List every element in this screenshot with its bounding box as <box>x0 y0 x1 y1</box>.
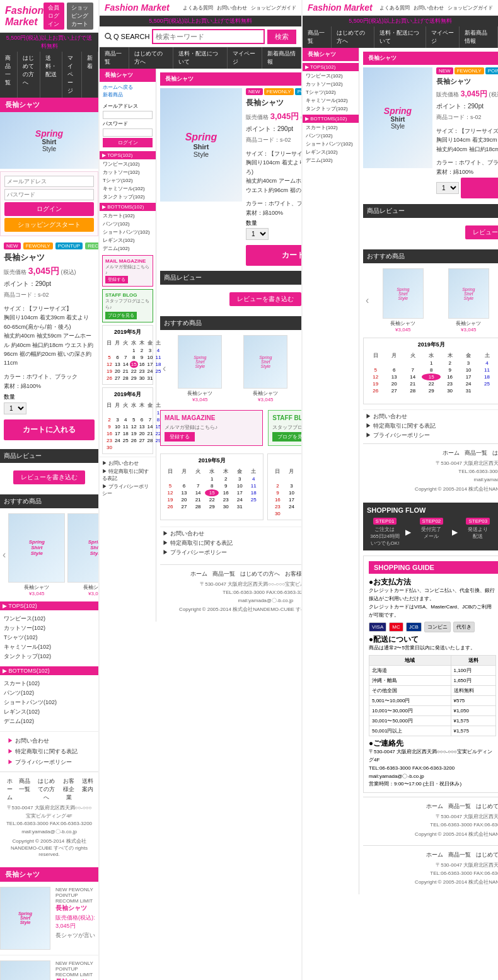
nav-shipping-left[interactable]: 送料・配送 <box>40 52 62 98</box>
footer-begin-guide[interactable]: はじめての方へ <box>476 802 498 811</box>
rec-prev-left[interactable]: ‹ <box>3 549 6 561</box>
util-faq-right[interactable]: よくある質問 <box>379 5 410 11</box>
nav-new-mid[interactable]: 新着商品情報 <box>262 47 301 69</box>
tops-item5-mid[interactable]: タンクトップ(102) <box>103 193 153 201</box>
footer-products-left[interactable]: 商品一覧 <box>19 777 31 802</box>
cat-cami-left[interactable]: キャミソール(102) <box>4 642 95 652</box>
il-contact-mid[interactable]: ▶ お問い合わせ <box>102 460 153 467</box>
nav-products-left[interactable]: 商品一覧 <box>0 52 18 98</box>
add-cart-btn-mid[interactable]: カートに入れる <box>246 245 301 266</box>
search-btn-mid[interactable]: 検索 <box>267 30 296 44</box>
tokutei-link-left[interactable]: 特定商取引に関する表記 <box>4 746 95 757</box>
footer-home-mid[interactable]: ホーム <box>190 570 207 578</box>
tops-r2[interactable]: カットソー(102) <box>306 80 356 88</box>
footer-home-guide[interactable]: ホーム <box>426 802 443 811</box>
nav-shipping-right[interactable]: 送料・配送について <box>374 26 426 48</box>
il-privacy-mid[interactable]: ▶ プライバシーポリシー <box>102 483 153 497</box>
add-cart-btn-left[interactable]: カートに入れる <box>4 419 95 440</box>
review-btn-mid[interactable]: レビューを書き込む <box>229 292 301 306</box>
login-pw-left[interactable] <box>4 189 94 200</box>
login-btn-mid[interactable]: ログイン <box>103 138 153 147</box>
shopping-btn-left[interactable]: ショッピングスタート <box>4 218 94 232</box>
tops-r1[interactable]: ワンピース(102) <box>306 72 356 80</box>
nav-new-left[interactable]: 新着 <box>82 52 98 98</box>
bot-item1-mid[interactable]: スカート(102) <box>103 212 153 220</box>
footer-begin-extra[interactable]: はじめての方へ <box>476 851 498 859</box>
il-c-right[interactable]: ▶ お問い合わせ <box>366 413 498 421</box>
footer-begin-left[interactable]: はじめての方へ <box>36 777 57 802</box>
nav-mypage-right[interactable]: マイページ <box>426 26 460 48</box>
pqty-select-mid[interactable]: 12 <box>246 228 269 240</box>
mailmag-btn-main-mid[interactable]: 登録する <box>165 432 195 442</box>
cat-cut-left[interactable]: カットソー(102) <box>4 624 95 633</box>
nav-products-right[interactable]: 商品一覧 <box>303 26 332 48</box>
tops-r4[interactable]: キャミソール(102) <box>306 96 356 105</box>
util-faq-mid[interactable]: よくある質問 <box>183 5 213 11</box>
cart-btn-left[interactable]: ショッピングカート <box>67 3 93 30</box>
rec-prev-mid[interactable]: ‹ <box>163 363 166 374</box>
contact-link-left[interactable]: お問い合わせ <box>4 736 95 746</box>
footer-contact-left[interactable]: お客様企業 <box>62 777 76 802</box>
login-btn-left[interactable]: ログイン <box>4 202 94 216</box>
tops-item2-mid[interactable]: カットソー(102) <box>103 168 153 176</box>
footer-products-guide[interactable]: 商品一覧 <box>448 802 471 811</box>
il-t-right[interactable]: ▶ 特定商取引に関する表記 <box>366 422 498 430</box>
add-cart-btn-right[interactable]: カートに入れる <box>461 178 498 198</box>
sidebar-link2-mid[interactable]: 新着商品 <box>103 91 153 98</box>
il-tokutei-main-mid[interactable]: ▶ 特定商取引に関する表記 <box>163 539 301 547</box>
blog-btn-mid[interactable]: ブログを見る <box>105 312 137 319</box>
footer-home-extra[interactable]: ホーム <box>426 851 443 859</box>
tops-r3[interactable]: Tシャツ(102) <box>306 88 356 96</box>
tops-item4-mid[interactable]: キャミソール(102) <box>103 185 153 193</box>
bot-r1[interactable]: スカート(102) <box>306 123 356 132</box>
footer-begin-right[interactable]: はじめての方へ <box>492 449 498 457</box>
cat-tank-left[interactable]: タンクトップ(102) <box>4 652 95 661</box>
bot-item3-mid[interactable]: ショートパンツ(102) <box>103 228 153 236</box>
qty-select-left[interactable]: 123 <box>4 402 26 414</box>
review-btn-right[interactable]: レビューを書き込む <box>465 225 498 239</box>
cat-pants-left[interactable]: パンツ(102) <box>4 688 95 698</box>
footer-products-extra[interactable]: 商品一覧 <box>448 851 471 859</box>
pqty-select-right[interactable]: 12 <box>436 182 459 194</box>
bot-item4-mid[interactable]: レギンス(102) <box>103 236 153 244</box>
footer-products-right[interactable]: 商品一覧 <box>465 449 487 457</box>
cat-tshirt-left[interactable]: Tシャツ(102) <box>4 633 95 642</box>
search-input-mid[interactable] <box>152 29 265 44</box>
bot-r4[interactable]: レギンス(102) <box>306 148 356 156</box>
il-tokutei-mid[interactable]: ▶ 特定商取引に関する表記 <box>102 468 153 482</box>
privacy-link-left[interactable]: プライバシーポリシー <box>4 757 95 768</box>
nav-mypage-left[interactable]: マイページ <box>62 52 82 98</box>
login-id-left[interactable] <box>4 176 94 187</box>
cat-denim-left[interactable]: デニム(102) <box>4 717 95 726</box>
footer-begin-mid[interactable]: はじめての方へ <box>240 570 280 578</box>
nav-mypage-mid[interactable]: マイページ <box>228 47 262 69</box>
bot-r2[interactable]: パンツ(102) <box>306 132 356 140</box>
footer-products-mid[interactable]: 商品一覧 <box>212 570 235 578</box>
nav-begin-left[interactable]: はじめての方へ <box>18 52 40 98</box>
cat-skirt-left[interactable]: スカート(102) <box>4 679 95 688</box>
il-privacy-main-mid[interactable]: ▶ プライバシーポリシー <box>163 549 301 557</box>
util-contact-mid[interactable]: お問い合わせ <box>217 5 247 11</box>
nav-products-mid[interactable]: 商品一覧 <box>100 47 129 69</box>
nav-new-right[interactable]: 新着商品情報 <box>460 26 498 48</box>
blog-btn-main-mid[interactable]: ブログを見る <box>272 432 301 442</box>
cat-onep-left[interactable]: ワンピース(102) <box>4 614 95 624</box>
footer-customer-mid[interactable]: お客様企業 <box>285 570 301 578</box>
il-contact-main-mid[interactable]: ▶ お問い合わせ <box>163 530 301 538</box>
rec-prev-right[interactable]: ‹ <box>366 295 369 306</box>
tops-item3-mid[interactable]: Tシャツ(102) <box>103 176 153 185</box>
mail-btn-mid[interactable]: 登録する <box>105 276 128 283</box>
tops-r5[interactable]: タンクトップ(102) <box>306 105 356 113</box>
footer-ship-left[interactable]: 送料案内 <box>81 777 93 802</box>
bot-item2-mid[interactable]: パンツ(102) <box>103 220 153 228</box>
bot-item5-mid[interactable]: デニム(102) <box>103 244 153 253</box>
util-contact-right[interactable]: お問い合わせ <box>414 5 444 11</box>
util-guide-mid[interactable]: ショッピングガイド <box>251 5 296 11</box>
cat-shorts-left[interactable]: ショートパンツ(102) <box>4 698 95 707</box>
login-id-mid[interactable] <box>103 111 153 119</box>
review-btn-left[interactable]: レビューを書き込む <box>13 470 85 484</box>
member-btn-left[interactable]: 会員ログイン <box>43 3 64 30</box>
tops-item1-mid[interactable]: ワンピース(102) <box>103 160 153 168</box>
sidebar-link1-mid[interactable]: ホームへ戻る <box>103 84 153 91</box>
bot-r5[interactable]: デニム(102) <box>306 156 356 164</box>
